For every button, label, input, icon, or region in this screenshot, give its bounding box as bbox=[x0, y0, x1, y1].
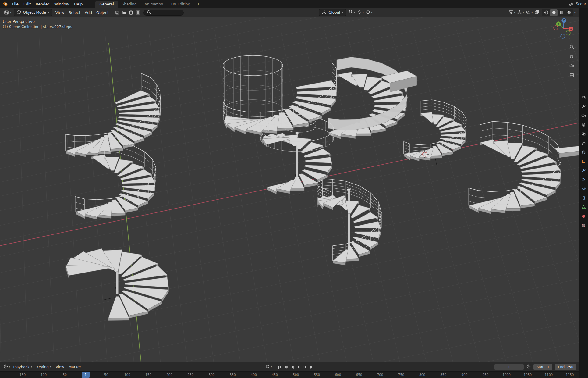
overlays-icon bbox=[526, 10, 531, 16]
ruler-label: 300 bbox=[208, 373, 214, 376]
workspace-tab-general[interactable]: General bbox=[95, 1, 118, 8]
camera-view-icon[interactable] bbox=[569, 63, 575, 69]
workspace-tab-uv-editing[interactable]: UV Editing bbox=[167, 1, 194, 8]
overlays-dropdown[interactable]: ▾ bbox=[525, 9, 534, 16]
chevron-down-icon: ▾ bbox=[531, 11, 533, 14]
timeline-menu-playback[interactable]: Playback▾ bbox=[11, 364, 34, 370]
properties-tab-physics[interactable] bbox=[580, 185, 587, 192]
menu-select[interactable]: Select bbox=[66, 9, 83, 16]
search-input[interactable] bbox=[153, 11, 181, 15]
properties-tab-object[interactable] bbox=[580, 158, 587, 165]
blender-window: FileEditRenderWindowHelp GeneralShadingA… bbox=[0, 0, 588, 378]
clipboard-icon[interactable] bbox=[128, 9, 134, 16]
orientation-label: Global bbox=[328, 10, 340, 15]
menu-file[interactable]: File bbox=[10, 1, 21, 7]
menu-add[interactable]: Add bbox=[83, 9, 94, 16]
stair-object[interactable] bbox=[404, 100, 466, 165]
hand-icon[interactable] bbox=[569, 53, 575, 59]
xray-toggle[interactable] bbox=[533, 9, 540, 16]
properties-tab-output[interactable] bbox=[580, 121, 587, 128]
menu-view[interactable]: View bbox=[53, 9, 67, 16]
ruler-label: 750 bbox=[398, 373, 404, 376]
orientation-dropdown[interactable]: Global ▾ bbox=[319, 9, 346, 16]
properties-tab-world[interactable] bbox=[580, 149, 587, 155]
zoom-icon[interactable] bbox=[569, 44, 575, 50]
stair-object[interactable] bbox=[66, 248, 168, 320]
properties-tab-object-data[interactable] bbox=[580, 204, 587, 210]
transport-jump-start-button[interactable] bbox=[277, 364, 283, 370]
properties-tab-modifiers[interactable] bbox=[580, 167, 587, 174]
properties-tab-tool[interactable] bbox=[580, 103, 587, 110]
timeline-menu-view[interactable]: View bbox=[53, 364, 66, 370]
transport-next-keyframe-button[interactable] bbox=[302, 364, 308, 370]
header-tools bbox=[114, 9, 141, 16]
transport-play-reverse-button[interactable] bbox=[289, 364, 296, 370]
ruler-label: 800 bbox=[419, 373, 425, 376]
properties-tab-texture[interactable] bbox=[580, 222, 587, 229]
shading-material-icon[interactable] bbox=[558, 9, 565, 16]
shading-solid-icon[interactable] bbox=[550, 9, 558, 16]
preview-range-icon[interactable] bbox=[526, 364, 531, 370]
ruler-label: 450 bbox=[272, 373, 278, 376]
svg-text:Z: Z bbox=[563, 19, 565, 22]
properties-tab-editor-properties[interactable] bbox=[580, 94, 587, 101]
viewport-3d[interactable]: User Perspective (1) Scene Collection | … bbox=[0, 17, 579, 362]
scene-selector[interactable]: Scene bbox=[568, 1, 586, 7]
frame-range-controls: 1 Start 1 End 750 bbox=[494, 364, 576, 370]
snap-target-button[interactable]: ▾ bbox=[356, 9, 365, 16]
editor-type-button[interactable]: ▾ bbox=[2, 9, 12, 16]
chevron-down-icon: ▾ bbox=[522, 11, 524, 14]
menu-window[interactable]: Window bbox=[52, 1, 72, 7]
navigation-gizmo[interactable]: XYZ bbox=[552, 17, 574, 39]
shading-wireframe-icon[interactable] bbox=[542, 9, 550, 16]
timeline-menu-marker[interactable]: Marker bbox=[66, 364, 83, 370]
shading-rendered-icon[interactable] bbox=[565, 9, 573, 16]
search-box[interactable] bbox=[143, 10, 184, 16]
grid-icon[interactable] bbox=[135, 9, 141, 16]
current-frame-field[interactable]: 1 bbox=[494, 364, 524, 370]
snap-magnet-button[interactable]: ▾ bbox=[347, 9, 356, 16]
ruler-label: 350 bbox=[230, 373, 236, 376]
proportional-edit-button[interactable]: ▾ bbox=[365, 9, 374, 16]
layers-filled-icon[interactable] bbox=[121, 9, 127, 16]
timeline-menu-keying[interactable]: Keying▾ bbox=[34, 364, 54, 370]
workspace-tab-animation[interactable]: Animation bbox=[141, 1, 167, 8]
transport-jump-end-button[interactable] bbox=[309, 364, 315, 370]
stair-object[interactable] bbox=[317, 180, 381, 266]
add-workspace-button[interactable]: + bbox=[194, 0, 203, 8]
properties-tab-particles[interactable] bbox=[580, 176, 587, 183]
properties-tab-scene[interactable] bbox=[580, 140, 587, 146]
auto-keying-toggle[interactable]: ▾ bbox=[264, 363, 273, 370]
gizmo-dropdown[interactable]: ▾ bbox=[516, 9, 525, 16]
blender-logo-icon[interactable] bbox=[2, 1, 9, 7]
transport-play-button[interactable] bbox=[296, 364, 302, 370]
timeline-ruler[interactable]: -150-100-5005010015020025030035040045050… bbox=[0, 371, 579, 378]
properties-tab-view-layer[interactable] bbox=[580, 130, 587, 137]
menu-edit[interactable]: Edit bbox=[21, 1, 33, 7]
shading-options-button[interactable]: ▾ bbox=[573, 11, 576, 15]
menu-help[interactable]: Help bbox=[72, 1, 85, 7]
filter-icon bbox=[508, 10, 513, 16]
chevron-down-icon: ▾ bbox=[514, 11, 515, 14]
properties-tab-render[interactable] bbox=[580, 112, 587, 119]
ortho-toggle-icon[interactable] bbox=[569, 72, 575, 78]
layers-icon[interactable] bbox=[114, 9, 120, 16]
mode-label: Object Mode bbox=[23, 10, 46, 15]
playhead[interactable]: 1 bbox=[82, 372, 90, 378]
ruler-label: 100 bbox=[124, 373, 130, 376]
mode-dropdown[interactable]: Object Mode ▾ bbox=[14, 9, 52, 16]
menu-object[interactable]: Object bbox=[94, 9, 111, 16]
start-frame-field[interactable]: Start 1 bbox=[533, 364, 552, 370]
stair-object[interactable] bbox=[469, 121, 579, 214]
workspace-tab-shading[interactable]: Shading bbox=[118, 1, 141, 8]
scene-svg[interactable] bbox=[0, 17, 579, 362]
record-icon bbox=[265, 364, 270, 370]
transport-prev-keyframe-button[interactable] bbox=[283, 364, 289, 370]
menu-render[interactable]: Render bbox=[33, 1, 52, 7]
stair-object[interactable] bbox=[328, 57, 417, 139]
timeline-editor-button[interactable]: ▾ bbox=[2, 363, 11, 370]
visibility-dropdown[interactable]: ▾ bbox=[508, 9, 516, 16]
end-frame-field[interactable]: End 750 bbox=[555, 364, 576, 370]
properties-tab-constraints[interactable] bbox=[580, 194, 587, 201]
properties-tab-material[interactable] bbox=[580, 213, 587, 219]
